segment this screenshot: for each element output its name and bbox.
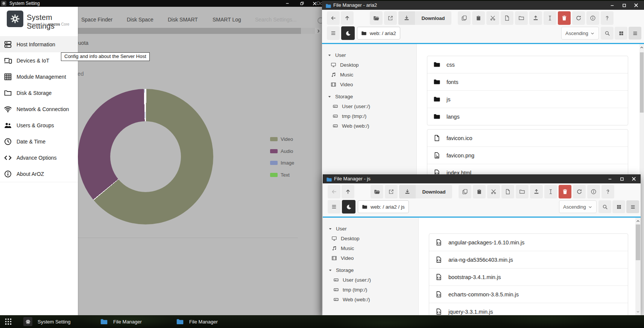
sidebar-item-date-time[interactable]: Date & Time — [0, 133, 78, 150]
open-folder-button[interactable] — [370, 11, 383, 25]
tab-disk-space[interactable]: Disk Space — [127, 17, 153, 23]
minimize-button[interactable] — [609, 3, 615, 8]
help-button[interactable] — [601, 185, 614, 198]
rename-button[interactable] — [544, 185, 557, 198]
scroll-down-icon[interactable] — [635, 309, 641, 314]
new-folder-button[interactable] — [515, 11, 528, 25]
close-button[interactable] — [630, 176, 637, 182]
restore-button[interactable] — [299, 1, 305, 6]
refresh-button[interactable] — [573, 185, 586, 198]
rename-button[interactable] — [544, 11, 556, 25]
dark-mode-button[interactable] — [341, 26, 355, 40]
back-button[interactable] — [327, 11, 340, 25]
list-view-button[interactable] — [629, 27, 641, 40]
info-button[interactable] — [587, 185, 600, 198]
grid-view-button[interactable] — [612, 200, 625, 213]
tree-item-music[interactable]: Music — [331, 245, 354, 252]
scroll-up-icon[interactable] — [639, 45, 644, 50]
search-button[interactable] — [598, 200, 611, 213]
sidebar-item-users-groups[interactable]: Users & Groups — [0, 117, 78, 134]
file-row-css[interactable]: css — [427, 56, 628, 73]
sidebar-item-host-information[interactable]: Host Information — [0, 36, 78, 53]
delete-button[interactable] — [558, 11, 571, 25]
close-button[interactable] — [633, 3, 639, 8]
dark-mode-button[interactable] — [342, 200, 355, 214]
open-external-button[interactable] — [384, 11, 397, 25]
tree-item-tmp-drive[interactable]: tmp (tmp:/) — [333, 286, 367, 293]
help-button[interactable] — [601, 11, 614, 25]
download-button[interactable]: Download — [398, 11, 451, 25]
task-file-manager-1[interactable]: File Manager — [100, 315, 142, 328]
cut-button[interactable] — [486, 11, 499, 25]
up-button[interactable] — [341, 11, 354, 25]
tree-item-video[interactable]: Video — [331, 255, 354, 261]
tree-item-music[interactable]: Music — [331, 71, 353, 78]
file-row-langs[interactable]: langs — [427, 108, 628, 125]
paste-button[interactable] — [473, 185, 486, 198]
breadcrumb[interactable]: web: / aria2 — [357, 27, 400, 40]
file-row-angular[interactable]: angular-packages-1.6.10.min.js — [429, 234, 628, 251]
file-row-echarts[interactable]: echarts-common-3.8.5.min.js — [429, 286, 628, 303]
menu-button[interactable] — [327, 26, 340, 40]
legend-item-video[interactable]: Video — [270, 136, 293, 142]
open-external-button[interactable] — [385, 185, 398, 198]
search-button[interactable] — [601, 27, 614, 40]
tree-item-web-drive[interactable]: Web (web:/) — [333, 296, 370, 303]
fm2-scrollbar[interactable] — [635, 218, 641, 315]
fm2-titlebar[interactable]: File Manager - js — [323, 174, 641, 183]
download-button[interactable]: Download — [399, 185, 452, 198]
copy-button[interactable] — [458, 11, 471, 25]
tree-item-web-drive[interactable]: Web (web:/) — [333, 122, 369, 129]
grid-view-button[interactable] — [615, 27, 627, 40]
tree-item-desktop[interactable]: Desktop — [331, 235, 360, 242]
scroll-up-icon[interactable] — [635, 218, 641, 224]
menu-button[interactable] — [328, 200, 340, 214]
up-button[interactable] — [342, 185, 354, 198]
app-launcher-button[interactable] — [3, 318, 14, 325]
tree-section-storage[interactable]: Storage — [328, 267, 354, 273]
clipped-tab-quota[interactable]: Quota — [78, 40, 88, 46]
tree-item-user-drive[interactable]: User (user:/) — [333, 276, 371, 283]
file-row-aria-ng[interactable]: aria-ng-da5356c403.min.js — [429, 251, 628, 269]
tree-section-storage[interactable]: Storage — [327, 93, 353, 100]
scrollbar-thumb[interactable] — [78, 28, 301, 34]
tab-smart-log[interactable]: SMART Log — [213, 17, 241, 23]
info-button[interactable] — [586, 11, 599, 25]
sidebar-item-advance-options[interactable]: Advance Options — [0, 150, 78, 166]
sidebar-item-network-connection[interactable]: Network & Connection — [0, 101, 78, 117]
delete-button[interactable] — [559, 185, 571, 198]
list-view-button[interactable] — [626, 200, 639, 213]
maximize-button[interactable] — [621, 3, 627, 8]
upload-button[interactable] — [529, 11, 542, 25]
settings-search-input[interactable]: Search Settings... — [255, 17, 297, 23]
file-row-fonts[interactable]: fonts — [427, 73, 628, 91]
tree-item-desktop[interactable]: Desktop — [331, 61, 359, 68]
tree-section-user[interactable]: User — [328, 225, 347, 232]
tab-disk-smart[interactable]: Disk SMART — [168, 17, 198, 23]
legend-item-text[interactable]: Text — [270, 172, 290, 178]
legend-item-audio[interactable]: Audio — [270, 148, 293, 154]
minimize-button[interactable] — [284, 1, 291, 6]
sidebar-item-disk-storage[interactable]: Disk & Storage — [0, 85, 78, 101]
new-folder-button[interactable] — [516, 185, 529, 198]
sort-order-select[interactable]: Ascending — [561, 27, 599, 40]
tree-item-video[interactable]: Video — [331, 81, 353, 88]
fm1-titlebar[interactable]: File Manager - aria2 — [322, 1, 644, 10]
back-button[interactable] — [328, 185, 340, 198]
new-file-button[interactable] — [501, 11, 513, 25]
open-folder-button[interactable] — [371, 185, 383, 198]
tree-section-user[interactable]: User — [327, 52, 346, 58]
system-settings-titlebar[interactable]: System Setting — [0, 0, 322, 7]
task-system-setting[interactable]: System Setting — [23, 315, 70, 328]
tree-item-tmp-drive[interactable]: tmp (tmp:/) — [333, 113, 366, 119]
scrollbar-thumb[interactable] — [640, 52, 644, 113]
sort-order-select[interactable]: Ascending — [559, 200, 597, 213]
task-file-manager-2[interactable]: File Manager — [176, 315, 218, 328]
scrollbar-thumb[interactable] — [636, 224, 640, 260]
maximize-button[interactable] — [618, 176, 625, 182]
upload-button[interactable] — [530, 185, 543, 198]
breadcrumb[interactable]: web: / aria2 / js — [358, 200, 409, 213]
chevron-right-icon[interactable] — [315, 28, 322, 34]
sidebar-item-about-aroz[interactable]: About ArOZ — [0, 166, 78, 182]
paste-button[interactable] — [472, 11, 485, 25]
